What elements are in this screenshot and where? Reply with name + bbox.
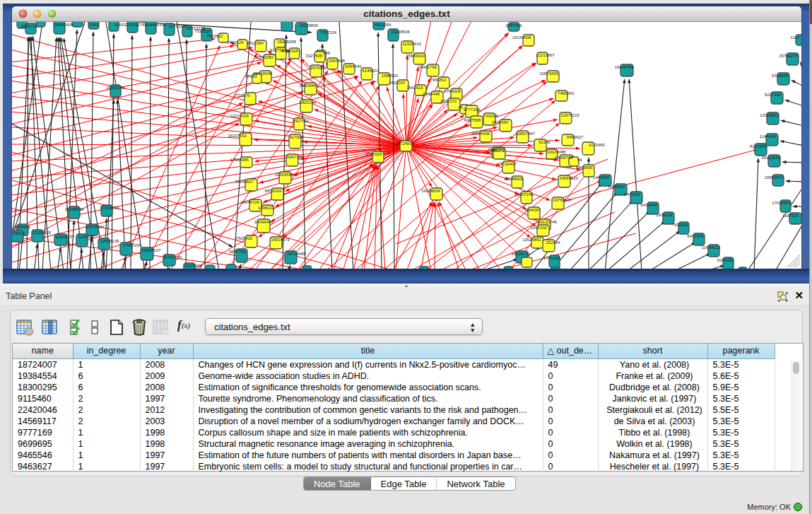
svg-text:1615192: 1615192 (531, 226, 548, 230)
svg-text:1733426: 1733426 (543, 256, 560, 260)
svg-text:9657791: 9657791 (229, 250, 246, 254)
svg-text:8878334: 8878334 (265, 189, 282, 193)
svg-text:8186328: 8186328 (282, 49, 299, 53)
svg-text:14136141: 14136141 (511, 252, 530, 256)
svg-text:14099489: 14099489 (254, 220, 273, 224)
svg-text:7632621: 7632621 (672, 223, 689, 227)
svg-text:9329966: 9329966 (772, 74, 789, 78)
svg-text:17016504: 17016504 (772, 201, 791, 205)
svg-text:45: 45 (458, 105, 463, 110)
svg-text:8990448: 8990448 (423, 92, 440, 96)
svg-text:19218506: 19218506 (391, 30, 410, 34)
svg-text:20691406: 20691406 (54, 23, 73, 27)
svg-text:1527602: 1527602 (133, 23, 150, 27)
svg-text:17957255: 17957255 (122, 243, 141, 247)
svg-text:16154808: 16154808 (512, 35, 531, 40)
svg-text:7663822: 7663822 (206, 34, 223, 38)
svg-text:7515526: 7515526 (194, 29, 211, 33)
svg-text:15751074: 15751074 (779, 54, 798, 58)
svg-text:1943: 1943 (89, 23, 99, 27)
svg-text:6794028: 6794028 (444, 89, 461, 93)
svg-text:1440954: 1440954 (593, 175, 610, 180)
svg-text:1498222: 1498222 (258, 206, 275, 210)
svg-text:10719151: 10719151 (168, 24, 187, 28)
svg-text:8471676: 8471676 (687, 234, 704, 238)
svg-text:98962: 98962 (245, 74, 257, 78)
svg-text:7485063: 7485063 (558, 91, 575, 95)
svg-text:13524851: 13524851 (522, 238, 541, 242)
svg-text:18724007: 18724007 (395, 141, 414, 146)
svg-text:9327508: 9327508 (306, 54, 323, 58)
svg-text:8215955: 8215955 (750, 144, 767, 148)
svg-text:1588520: 1588520 (382, 74, 399, 78)
svg-text:7955812: 7955812 (430, 78, 447, 82)
svg-text:7357224: 7357224 (320, 30, 337, 35)
svg-text:10046726: 10046726 (240, 200, 259, 204)
svg-text:10688609: 10688609 (504, 177, 523, 181)
svg-text:252254: 252254 (546, 240, 560, 245)
svg-text:19654923: 19654923 (559, 176, 578, 180)
svg-text:9115460: 9115460 (589, 143, 606, 147)
svg-text:6466160: 6466160 (150, 23, 167, 27)
svg-text:17654985: 17654985 (230, 158, 249, 162)
svg-text:10654112: 10654112 (702, 245, 721, 250)
svg-text:8267130: 8267130 (287, 155, 304, 159)
svg-text:10973493: 10973493 (539, 71, 558, 76)
svg-text:1145194: 1145194 (78, 235, 95, 239)
svg-text:1562615: 1562615 (406, 86, 423, 90)
svg-text:8454749: 8454749 (345, 64, 362, 69)
svg-text:3824554: 3824554 (492, 120, 509, 124)
svg-text:15892971: 15892971 (765, 175, 784, 180)
svg-text:8938923: 8938923 (608, 185, 625, 189)
svg-text:16914479: 16914479 (271, 238, 290, 242)
svg-text:12213369: 12213369 (230, 114, 249, 118)
svg-text:1112: 1112 (790, 35, 799, 40)
svg-text:16210643: 16210643 (761, 156, 780, 160)
svg-text:4055721: 4055721 (21, 24, 38, 28)
svg-text:2087682: 2087682 (505, 23, 522, 28)
svg-text:9227342: 9227342 (765, 93, 782, 97)
svg-text:12505135: 12505135 (100, 239, 119, 243)
svg-text:9245652: 9245652 (717, 258, 734, 262)
svg-text:1244419: 1244419 (760, 134, 777, 139)
svg-text:8813054: 8813054 (375, 23, 392, 27)
svg-text:9474444: 9474444 (640, 203, 657, 207)
svg-text:6899695: 6899695 (576, 165, 593, 170)
svg-text:10975867: 10975867 (86, 225, 105, 229)
svg-text:1621072: 1621072 (440, 99, 457, 103)
svg-text:20364436: 20364436 (471, 132, 490, 136)
svg-text:16648784: 16648784 (615, 65, 634, 69)
svg-text:9684067: 9684067 (524, 208, 541, 212)
svg-text:7986372: 7986372 (488, 148, 505, 153)
svg-text:11156829: 11156829 (33, 230, 51, 235)
svg-text:16120746: 16120746 (538, 220, 557, 224)
svg-text:20053346: 20053346 (106, 86, 125, 90)
svg-text:10653267: 10653267 (114, 23, 134, 27)
svg-text:64: 64 (577, 158, 582, 162)
svg-text:15226058: 15226058 (277, 40, 296, 44)
svg-text:12975115: 12975115 (560, 113, 579, 117)
svg-text:2803144: 2803144 (300, 100, 317, 105)
svg-text:62160: 62160 (539, 140, 551, 144)
svg-text:10025488: 10025488 (547, 150, 566, 154)
svg-text:15640910: 15640910 (406, 54, 425, 58)
svg-text:8960124: 8960124 (227, 40, 244, 45)
svg-text:9242848: 9242848 (300, 83, 317, 88)
svg-text:20206536: 20206536 (65, 207, 84, 211)
svg-text:9463627: 9463627 (567, 135, 584, 139)
svg-text:9777169: 9777169 (464, 107, 481, 112)
svg-text:12942757: 12942757 (56, 235, 75, 239)
svg-text:8427552: 8427552 (293, 119, 310, 123)
svg-text:12213967: 12213967 (536, 53, 555, 57)
svg-text:16107553: 16107553 (228, 134, 247, 138)
svg-text:1822037: 1822037 (389, 81, 406, 85)
svg-text:2718176: 2718176 (233, 93, 250, 98)
svg-text:939119: 939119 (12, 231, 25, 235)
svg-text:8912954: 8912954 (247, 41, 264, 45)
svg-text:19384554: 19384554 (421, 189, 440, 193)
svg-text:11325419: 11325419 (402, 42, 421, 46)
svg-text:10807467: 10807467 (516, 132, 535, 136)
svg-text:1167533: 1167533 (782, 214, 799, 218)
svg-text:12093822: 12093822 (760, 113, 779, 117)
svg-text:546: 546 (323, 51, 331, 55)
